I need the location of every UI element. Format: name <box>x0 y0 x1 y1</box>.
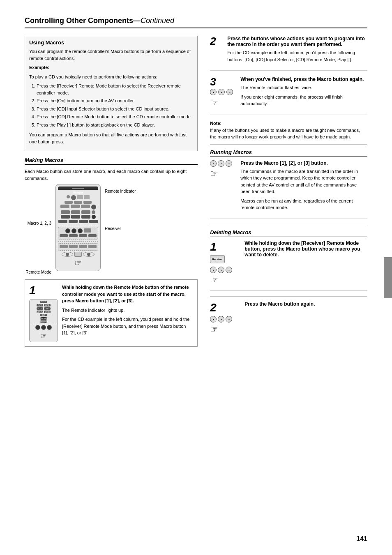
closing-paragraph: You can program a Macro button so that a… <box>29 131 193 145</box>
del-step1-icons: 1 Receiver ● ● ● ☞ <box>210 240 239 286</box>
step2-title: Press the buttons whose actions you want… <box>227 36 367 47</box>
running-step-p1: The commands in the macro are transmitte… <box>240 168 367 195</box>
s1r-row5: SAT <box>31 314 56 316</box>
step1-title: While holding down the Remote Mode butto… <box>62 285 189 303</box>
receiver-button-icon: Receiver <box>210 255 225 263</box>
divider-2 <box>210 225 367 225</box>
step3-icon-group: ● ● ● <box>210 89 233 95</box>
remote-labels-right: Remote indicator Receiver <box>105 184 136 231</box>
note-label: Note: <box>210 121 367 126</box>
remote-top-bar <box>58 187 98 190</box>
hand-del2-icon: ☞ <box>210 324 218 335</box>
example-steps-list: Press the [Receiver] Remote Mode button … <box>29 83 193 128</box>
making-macros-section: Making Macros Each Macro button can stor… <box>25 157 198 347</box>
s1r-row1: Remote Mode <box>31 301 56 303</box>
remote-row-5 <box>58 215 98 219</box>
remote-row-4 <box>58 210 98 214</box>
remote-labels-left: Macro 1, 2, 3 Remote Mode <box>25 184 51 274</box>
remote-indicator-label: Remote indicator <box>105 189 136 193</box>
deleting-macros-section: Deleting Macros 1 Receiver ● ● ● ☞ <box>210 229 367 340</box>
del-step2-macro-btn-2: ● <box>218 316 224 322</box>
del-step2-macro-btn-1: ● <box>210 316 217 322</box>
bottom-row <box>58 252 98 257</box>
remote-row-3 <box>58 205 98 210</box>
list-item: Press the [CD] Input Selector button to … <box>37 106 193 113</box>
using-macros-section: Using Macros You can program the remote … <box>25 36 198 151</box>
running-macros-section: Running Macros ● ● ● ☞ Press the Macro [… <box>210 149 367 219</box>
remote-brand: Integra <box>58 191 98 194</box>
example-text: To play a CD you typically need to perfo… <box>29 74 193 81</box>
del-step2-macro-btn-3: ● <box>226 316 232 322</box>
divider-3 <box>210 297 367 297</box>
note-text: If any of the buttons you used to make a… <box>210 127 367 140</box>
step1-p1: The Remote indicator lights up. <box>62 307 193 314</box>
step1-text-content: While holding down the Remote Mode butto… <box>62 284 193 339</box>
del-step2-title: Press the Macro button again. <box>244 301 367 307</box>
running-macro-icons: ● ● ● <box>210 160 232 167</box>
step1-number: 1 <box>29 284 58 297</box>
running-step-content: Press the Macro [1], [2], or [3] button.… <box>240 160 367 214</box>
remote-control-image: Integra <box>55 184 101 271</box>
running-step-row: ● ● ● ☞ Press the Macro [1], [2], or [3]… <box>210 160 367 219</box>
del-step2-content: Press the Macro button again. <box>244 301 367 309</box>
page-number: 141 <box>356 535 367 543</box>
making-macros-desc: Each Macro button can store one macro, a… <box>25 168 198 182</box>
del-step1-number: 1 <box>210 240 217 253</box>
right-column: 2 Press the buttons whose actions you wa… <box>210 36 367 347</box>
main-content: Using Macros You can program the remote … <box>25 36 367 347</box>
list-item: Press the [CD] Remote Mode button to sel… <box>37 113 193 120</box>
step3-row: 3 ● ● ● ☞ When you've finished, press th… <box>210 76 367 115</box>
step2-content: Press the buttons whose actions you want… <box>227 36 367 65</box>
page: Controlling Other Components—Continued U… <box>0 0 392 555</box>
step2-paragraph: For the CD example in the left column, y… <box>227 49 367 63</box>
using-macros-title: Using Macros <box>29 39 193 46</box>
title-text: Controlling Other Components <box>25 16 133 25</box>
del-step2-row: 2 ● ● ● ☞ Press the Macro button again. <box>210 301 367 340</box>
step2-row: 2 Press the buttons whose actions you wa… <box>210 36 367 71</box>
finger-row: ☞ <box>58 258 98 268</box>
note-box: Note: If any of the buttons you used to … <box>210 121 367 140</box>
example-label: Example: <box>29 65 49 70</box>
page-title: Controlling Other Components—Continued <box>25 16 174 25</box>
del-step1-content: While holding down the [Receiver] Remote… <box>244 240 367 260</box>
remote-diagram: Macro 1, 2, 3 Remote Mode Integra <box>25 184 198 274</box>
macro-btn-1-icon: ● <box>210 89 217 95</box>
deleting-macros-title: Deleting Macros <box>210 229 367 237</box>
s1r-macro-row <box>31 325 56 330</box>
left-column: Using Macros You can program the remote … <box>25 36 198 347</box>
del-macro-icons: ● ● ● <box>210 267 232 273</box>
remote-mode-section <box>58 243 98 251</box>
running-step-p2: Macros can be run at any time, regardles… <box>240 198 367 211</box>
del-step2-macro-icons: ● ● ● <box>210 316 232 322</box>
macro-row-2 <box>60 234 97 237</box>
del-macro-btn-2: ● <box>218 267 224 273</box>
step1-content-left: 1 Remote Mode DVD VCR CD <box>29 284 58 342</box>
del-step2-icons: 2 ● ● ● ☞ <box>210 301 239 335</box>
step1-p2: For the CD example in the left column, y… <box>62 316 193 336</box>
running-step-icons: ● ● ● ☞ <box>210 160 235 179</box>
del-macro-btn-3: ● <box>226 267 232 273</box>
divider-1 <box>210 145 367 145</box>
macro-row <box>60 228 97 233</box>
hand-press-icon: ☞ <box>210 98 218 108</box>
mode-row <box>60 245 97 248</box>
macro-label: Macro 1, 2, 3 <box>25 221 51 226</box>
step3-title: When you've finished, press the Macro bu… <box>240 76 367 82</box>
macro-btn-run-1: ● <box>210 160 217 167</box>
hand-running-icon: ☞ <box>210 168 218 179</box>
macro-btn-run-3: ● <box>226 160 232 167</box>
step3-content: When you've finished, press the Macro bu… <box>240 76 367 110</box>
s1r-row6: Receiver <box>31 317 56 320</box>
del-step1-title: While holding down the [Receiver] Remote… <box>244 240 367 258</box>
remote-divider-2 <box>58 241 98 242</box>
step1-box: 1 Remote Mode DVD VCR CD <box>25 279 198 347</box>
step3-number: 3 <box>210 76 221 87</box>
remote-divider-1 <box>58 225 98 225</box>
remote-row-1 <box>58 195 98 200</box>
hand-del-icon: ☞ <box>210 275 218 286</box>
making-macros-title: Making Macros <box>25 157 198 165</box>
running-macros-title: Running Macros <box>210 149 367 157</box>
page-header: Controlling Other Components—Continued <box>25 16 367 28</box>
s1r-row3: CD TV <box>31 307 56 310</box>
macro-btn-run-2: ● <box>218 160 224 167</box>
